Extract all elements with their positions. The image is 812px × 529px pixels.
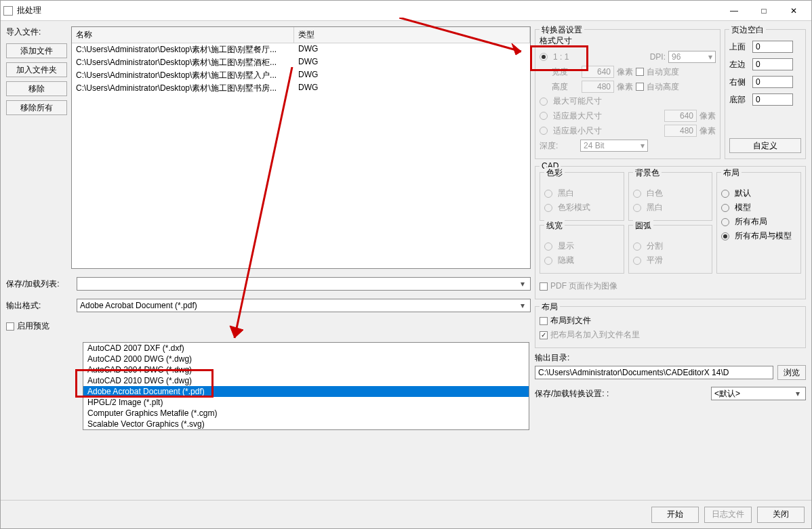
output-format-combo[interactable]: Adobe Acrobat Document (*.pdf) ▾ xyxy=(77,299,531,312)
window-title: 批处理 xyxy=(17,5,719,16)
save-load-conv-combo[interactable]: <默认> ▾ xyxy=(711,387,806,400)
remove-all-button[interactable]: 移除所有 xyxy=(6,100,67,115)
layout-to-file-checkbox[interactable] xyxy=(540,317,548,325)
start-button[interactable]: 开始 xyxy=(651,507,699,523)
layout-model-radio[interactable] xyxy=(721,204,729,212)
auto-width-checkbox[interactable] xyxy=(636,68,644,76)
dpi-select[interactable]: 96▾ xyxy=(668,51,716,63)
color-mode-radio[interactable] xyxy=(544,204,552,212)
fit-min-radio[interactable] xyxy=(540,127,548,135)
width-input[interactable] xyxy=(582,66,614,78)
fit-max-radio[interactable] xyxy=(540,112,548,120)
enable-preview-checkbox[interactable] xyxy=(6,322,14,331)
table-row[interactable]: C:\Users\Administrator\Desktop\素材\施工图\别墅… xyxy=(72,43,530,56)
layout-default-radio[interactable] xyxy=(721,190,729,198)
maximize-button[interactable]: □ xyxy=(749,1,779,20)
height-input[interactable] xyxy=(582,81,614,93)
save-load-list-label: 保存/加载列表: xyxy=(6,278,74,290)
log-file-button[interactable]: 日志文件 xyxy=(704,507,752,523)
dropdown-item[interactable]: AutoCAD 2010 DWG (*.dwg) xyxy=(83,375,529,386)
arc-split-radio[interactable] xyxy=(633,242,641,251)
chevron-down-icon: ▾ xyxy=(518,279,527,289)
table-row[interactable]: C:\Users\Administrator\Desktop\素材\施工图\别墅… xyxy=(72,56,530,69)
add-file-button[interactable]: 添加文件 xyxy=(6,43,67,58)
lw-hide-radio[interactable] xyxy=(544,257,552,265)
save-load-conv-label: 保存/加载转换设置: : xyxy=(535,388,708,400)
depth-select[interactable]: 24 Bit▾ xyxy=(580,140,648,152)
margin-left-input[interactable] xyxy=(752,58,793,70)
dropdown-item[interactable]: Computer Graphics Metafile (*.cgm) xyxy=(83,408,529,419)
minimize-button[interactable]: — xyxy=(719,1,749,20)
bg-white-radio[interactable] xyxy=(633,190,641,198)
col-header-type[interactable]: 类型 xyxy=(294,27,530,43)
fit-min-input[interactable] xyxy=(664,125,697,137)
format-size-label: 格式尺寸 xyxy=(540,35,716,47)
pdf-as-image-checkbox[interactable] xyxy=(540,282,548,291)
arc-smooth-radio[interactable] xyxy=(633,257,641,265)
save-load-list-combo[interactable]: ▾ xyxy=(77,277,531,291)
chevron-down-icon: ▾ xyxy=(518,301,527,310)
file-list[interactable]: 名称 类型 C:\Users\Administrator\Desktop\素材\… xyxy=(71,26,531,269)
close-dialog-button[interactable]: 关闭 xyxy=(757,507,805,523)
layout-legend: 布局 xyxy=(540,301,560,313)
enable-preview-label: 启用预览 xyxy=(17,320,49,332)
chevron-down-icon: ▾ xyxy=(793,389,803,398)
lw-show-radio[interactable] xyxy=(544,242,552,251)
margin-legend: 页边空白 xyxy=(729,24,766,36)
color-bw-radio[interactable] xyxy=(544,190,552,198)
dropdown-item[interactable]: AutoCAD 2007 DXF (*.dxf) xyxy=(83,343,529,354)
ratio-1-1-radio[interactable] xyxy=(540,53,548,61)
output-format-label: 输出格式: xyxy=(6,300,74,312)
layout-all-model-radio[interactable] xyxy=(721,232,729,240)
dropdown-item[interactable]: HPGL/2 Image (*.plt) xyxy=(83,397,529,408)
margin-bottom-input[interactable] xyxy=(752,93,793,106)
import-label: 导入文件: xyxy=(6,26,67,38)
layout-all-radio[interactable] xyxy=(721,218,729,226)
close-button[interactable]: ✕ xyxy=(779,1,809,20)
output-dir-input[interactable] xyxy=(535,366,773,379)
table-row[interactable]: C:\Users\Administrator\Desktop\素材\施工图\别墅… xyxy=(72,69,530,82)
table-row[interactable]: C:\Users\Administrator\Desktop\素材\施工图\别墅… xyxy=(72,82,530,95)
margin-top-input[interactable] xyxy=(752,41,793,53)
remove-button[interactable]: 移除 xyxy=(6,81,67,96)
browse-button[interactable]: 浏览 xyxy=(777,365,806,380)
auto-height-checkbox[interactable] xyxy=(636,83,644,91)
dropdown-item[interactable]: AutoCAD 2004 DWG (*.dwg) xyxy=(83,364,529,375)
margin-right-input[interactable] xyxy=(752,76,793,88)
dropdown-item[interactable]: Scalable Vector Graphics (*.svg) xyxy=(83,419,529,429)
app-icon xyxy=(3,6,13,16)
add-layout-name-checkbox[interactable] xyxy=(540,331,548,339)
col-header-name[interactable]: 名称 xyxy=(72,27,294,43)
add-folder-button[interactable]: 加入文件夹 xyxy=(6,62,67,77)
output-dir-label: 输出目录: xyxy=(535,352,806,364)
output-format-dropdown[interactable]: AutoCAD 2007 DXF (*.dxf)AutoCAD 2000 DWG… xyxy=(83,342,529,430)
dropdown-item[interactable]: AutoCAD 2000 DWG (*.dwg) xyxy=(83,354,529,364)
custom-margin-button[interactable]: 自定义 xyxy=(729,138,801,153)
bg-black-radio[interactable] xyxy=(633,204,641,212)
fit-max-input[interactable] xyxy=(664,110,697,122)
converter-legend: 转换器设置 xyxy=(540,24,584,36)
max-possible-radio[interactable] xyxy=(540,98,548,106)
dropdown-item[interactable]: Adobe Acrobat Document (*.pdf) xyxy=(83,386,529,397)
